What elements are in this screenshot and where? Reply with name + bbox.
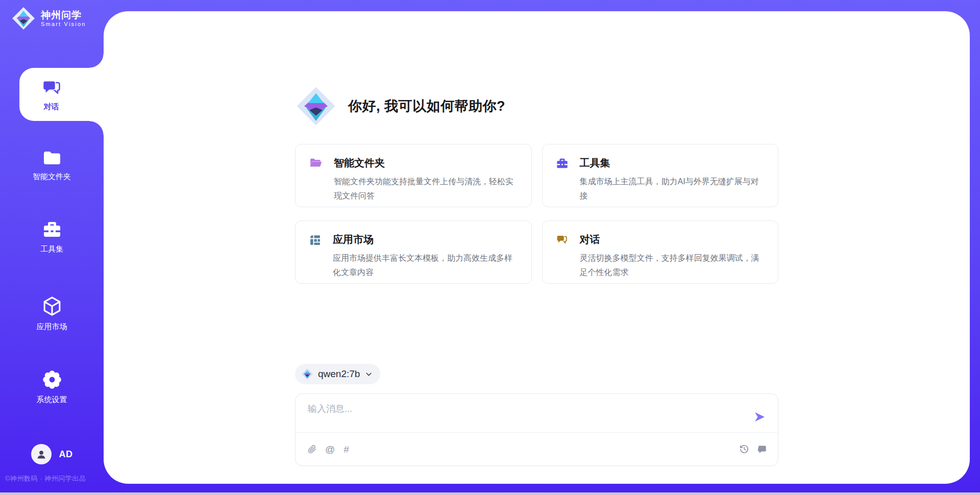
feature-cards: 智能文件夹 智能文件夹功能支持批量文件上传与清洗，轻松实现文件问答 [295,144,778,284]
app-grid-icon [309,234,322,246]
brand: 神州问学 Smart Vision [11,6,86,31]
composer-toolbar: @ # [308,433,767,465]
brand-gem-icon [11,6,36,31]
model-selector[interactable]: qwen2:7b [295,364,380,384]
card-title: 对话 [580,233,765,246]
sidebar-item-toolset[interactable]: 工具集 [0,219,104,254]
folder-icon [41,149,63,167]
main-panel: 你好, 我可以如何帮助你? 智能文件夹 智能文件夹功能支持批量文件上传与清洗，轻… [104,11,970,484]
card-title: 工具集 [580,156,765,170]
feedback-button[interactable] [757,444,767,454]
paperclip-icon [308,444,316,454]
sidebar-item-label: 应用市场 [37,322,67,332]
user-menu[interactable]: AD [0,444,104,464]
sidebar-item-settings[interactable]: 系统设置 [0,369,104,405]
user-initials: AD [59,449,73,460]
brand-subtitle: Smart Vision [41,21,86,27]
card-app-market[interactable]: 应用市场 应用市场提供丰富长文本模板，助力高效生成多样化文章内容 [295,220,532,284]
history-button[interactable] [739,444,749,454]
sidebar-item-label: 对话 [44,102,59,112]
card-description: 应用市场提供丰富长文本模板，助力高效生成多样化文章内容 [333,251,518,280]
chat-bubbles-icon [41,78,62,98]
content-column: 你好, 我可以如何帮助你? 智能文件夹 智能文件夹功能支持批量文件上传与清洗，轻… [295,11,778,466]
model-name: qwen2:7b [318,368,360,380]
chevron-down-icon [364,370,373,379]
briefcase-icon [42,219,62,240]
tab-curve-top [89,54,104,68]
chat-icon [556,234,569,246]
window-bottom-edge [0,492,980,495]
composer: qwen2:7b [295,364,778,466]
greeting: 你好, 我可以如何帮助你? [295,85,778,127]
card-title: 智能文件夹 [334,156,518,170]
avatar [31,444,52,464]
send-icon[interactable] [753,411,766,423]
model-gem-icon [301,368,313,380]
person-icon [35,448,48,461]
sidebar: 神州问学 Smart Vision 对话 智能文件夹 [0,0,104,495]
history-icon [739,444,749,454]
sidebar-item-label: 工具集 [40,244,63,254]
tab-curve-bottom [89,121,104,135]
card-description: 智能文件夹功能支持批量文件上传与清洗，轻松实现文件问答 [334,175,518,203]
brand-name: 神州问学 [41,10,86,21]
card-chat[interactable]: 对话 灵活切换多模型文件，支持多样回复效果调试，满足个性化需求 [542,220,779,284]
message-input-card: @ # [295,393,778,466]
sidebar-item-label: 智能文件夹 [33,172,71,182]
card-toolset[interactable]: 工具集 集成市场上主流工具，助力AI与外界无缝扩展与对接 [542,144,779,207]
card-description: 灵活切换多模型文件，支持多样回复效果调试，满足个性化需求 [580,251,765,280]
assistant-gem-icon [295,85,337,127]
folder-open-icon [309,157,323,169]
attachment-button[interactable] [308,444,316,454]
sidebar-item-label: 系统设置 [37,395,67,405]
sidebar-item-chat[interactable]: 对话 [19,68,104,121]
card-smart-folder[interactable]: 智能文件夹 智能文件夹功能支持批量文件上传与清洗，轻松实现文件问答 [295,144,532,207]
card-description: 集成市场上主流工具，助力AI与外界无缝扩展与对接 [580,175,765,203]
card-title: 应用市场 [333,233,518,246]
cube-icon [41,295,63,317]
speech-bubble-icon [757,444,767,454]
copyright: ©神州数码 · 神州问学出品 [5,474,104,483]
mention-button[interactable]: @ [325,444,335,454]
greeting-title: 你好, 我可以如何帮助你? [348,97,505,115]
sidebar-item-app-market[interactable]: 应用市场 [0,295,104,332]
briefcase-icon [556,157,569,170]
gear-icon [41,369,63,390]
sidebar-item-smart-folder[interactable]: 智能文件夹 [0,149,104,182]
hashtag-button[interactable]: # [344,444,349,454]
message-input[interactable] [308,403,737,428]
